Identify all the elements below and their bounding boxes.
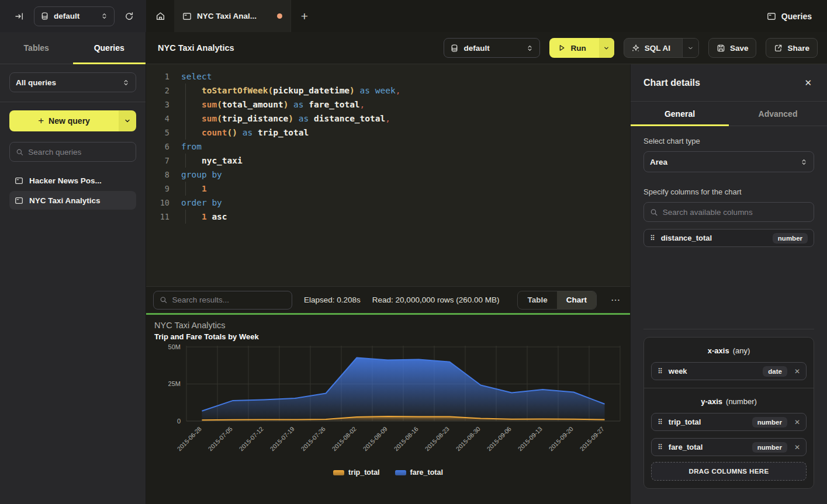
tab-query-nyc-taxi[interactable]: NYC Taxi Anal... (174, 0, 291, 32)
code-text: toStartOfWeek(pickup_datetime) as week, (181, 84, 400, 98)
run-button-main[interactable]: Run (549, 38, 594, 58)
share-button[interactable]: Share (766, 38, 818, 58)
svg-text:2015-07-12: 2015-07-12 (237, 425, 265, 453)
svg-text:2015-09-06: 2015-09-06 (485, 425, 513, 453)
svg-text:25M: 25M (168, 380, 181, 387)
query-filter-value: All queries (16, 78, 117, 87)
run-button[interactable]: Run (549, 38, 614, 58)
code-line[interactable]: 3 sum(total_amount) as fare_total, (152, 98, 630, 112)
view-toggle-chart[interactable]: Chart (557, 291, 596, 309)
drag-handle-icon[interactable]: ⠿ (658, 443, 663, 451)
available-column-distance-total[interactable]: ⠿ distance_total number (643, 229, 814, 247)
search-results-field[interactable] (172, 296, 286, 304)
refresh-button[interactable] (120, 8, 138, 25)
drag-columns-dropzone[interactable]: DRAG COLUMNS HERE (651, 462, 807, 481)
tab-queries[interactable]: Queries (73, 32, 146, 64)
tab-advanced[interactable]: Advanced (729, 102, 827, 126)
code-line[interactable]: 6from (152, 140, 630, 154)
line-number: 1 (152, 69, 169, 84)
remove-column-icon[interactable]: ✕ (794, 367, 800, 376)
legend-item[interactable]: trip_total (333, 468, 379, 477)
code-line[interactable]: 7 nyc_taxi (152, 154, 630, 168)
search-queries-field[interactable] (28, 148, 130, 157)
new-query-dropdown[interactable] (119, 110, 136, 131)
run-database-selector[interactable]: default (444, 38, 540, 58)
column-type-badge: date (763, 366, 787, 377)
panel-collapse-icon (15, 12, 24, 21)
line-number: 8 (152, 168, 169, 182)
code-line[interactable]: 5 count() as trip_total (152, 126, 630, 140)
line-number: 5 (152, 126, 169, 140)
legend-item[interactable]: fare_total (395, 468, 443, 477)
query-header: NYC Taxi Analytics default Run (146, 32, 827, 64)
close-icon[interactable]: ✕ (802, 75, 814, 91)
code-line[interactable]: 2 toStartOfWeek(pickup_datetime) as week… (152, 84, 630, 98)
svg-text:2015-07-05: 2015-07-05 (206, 425, 234, 453)
drag-handle-icon[interactable]: ⠿ (658, 367, 663, 376)
unsaved-indicator-dot (277, 13, 282, 19)
area-chart[interactable]: 025M50M2015-06-282015-07-052015-07-12201… (154, 342, 622, 466)
column-type-badge: number (752, 417, 787, 427)
new-query-main[interactable]: + New query (9, 110, 119, 131)
search-columns-field[interactable] (663, 208, 808, 217)
code-line[interactable]: 9 1 (152, 182, 630, 196)
queries-link[interactable]: Queries (752, 0, 827, 32)
details-tabs: General Advanced (631, 102, 827, 126)
drag-handle-icon[interactable]: ⠿ (650, 234, 655, 242)
view-toggle-table[interactable]: Table (518, 291, 556, 309)
svg-text:2015-09-20: 2015-09-20 (547, 425, 575, 453)
y-axis-column-fare-total[interactable]: ⠿ fare_total number ✕ (651, 438, 807, 456)
tab-tables[interactable]: Tables (0, 32, 73, 64)
drag-handle-icon[interactable]: ⠿ (658, 418, 663, 426)
database-icon (40, 12, 49, 20)
query-list-item[interactable]: Hacker News Pos... (9, 171, 136, 190)
database-selector[interactable]: default (34, 6, 115, 26)
plus-icon: + (38, 115, 44, 127)
query-filter-select[interactable]: All queries (9, 72, 136, 92)
updown-chevron-icon (101, 12, 108, 20)
code-line[interactable]: 4 sum(trip_distance) as distance_total, (152, 112, 630, 126)
sql-editor[interactable]: 1select2 toStartOfWeek(pickup_datetime) … (146, 64, 630, 286)
code-text: nyc_taxi (181, 154, 243, 168)
code-line[interactable]: 1select (152, 69, 630, 84)
sql-ai-button[interactable]: SQL AI (624, 38, 699, 58)
search-icon (650, 208, 658, 217)
queries-link-label: Queries (781, 12, 812, 21)
console-icon (767, 12, 776, 21)
sql-ai-dropdown[interactable] (682, 39, 698, 57)
tab-general[interactable]: General (631, 102, 729, 126)
chart-details-header: Chart details ✕ (631, 64, 827, 102)
remove-column-icon[interactable]: ✕ (794, 443, 800, 451)
code-line[interactable]: 10order by (152, 196, 630, 210)
code-text: 1 (181, 182, 207, 196)
run-button-dropdown[interactable] (599, 38, 614, 58)
search-columns-input[interactable] (643, 202, 814, 222)
collapse-sidebar-button[interactable] (11, 8, 28, 25)
search-queries-input[interactable] (9, 142, 136, 162)
more-options-button[interactable]: ⋯ (608, 294, 623, 305)
sql-ai-main[interactable]: SQL AI (624, 39, 677, 57)
remove-column-icon[interactable]: ✕ (794, 418, 800, 426)
code-line[interactable]: 8group by (152, 168, 630, 182)
y-axis-heading: y-axis(number) (651, 397, 807, 406)
line-number: 9 (152, 182, 169, 196)
x-axis-column-week[interactable]: ⠿ week date ✕ (651, 362, 807, 380)
svg-text:2015-08-30: 2015-08-30 (454, 425, 482, 453)
query-title: NYC Taxi Analytics (158, 43, 434, 53)
database-selector-value: default (54, 12, 96, 20)
query-list-item-selected[interactable]: NYC Taxi Analytics (9, 191, 136, 210)
code-line[interactable]: 11 1 asc (152, 210, 630, 224)
y-axis-column-trip-total[interactable]: ⠿ trip_total number ✕ (651, 413, 807, 431)
new-query-button[interactable]: + New query (9, 110, 136, 131)
save-button[interactable]: Save (708, 38, 757, 58)
code-text: sum(total_amount) as fare_total, (181, 98, 365, 112)
new-tab-button[interactable]: + (291, 0, 318, 32)
svg-text:2015-09-13: 2015-09-13 (516, 425, 544, 453)
tab-home[interactable] (146, 0, 174, 32)
chart-type-select[interactable]: Area (643, 151, 814, 172)
sidebar-content: All queries + New query (0, 64, 146, 218)
search-results-input[interactable] (153, 291, 292, 310)
updown-chevron-icon (526, 44, 534, 52)
code-text: from (181, 140, 202, 154)
search-icon (16, 148, 23, 157)
